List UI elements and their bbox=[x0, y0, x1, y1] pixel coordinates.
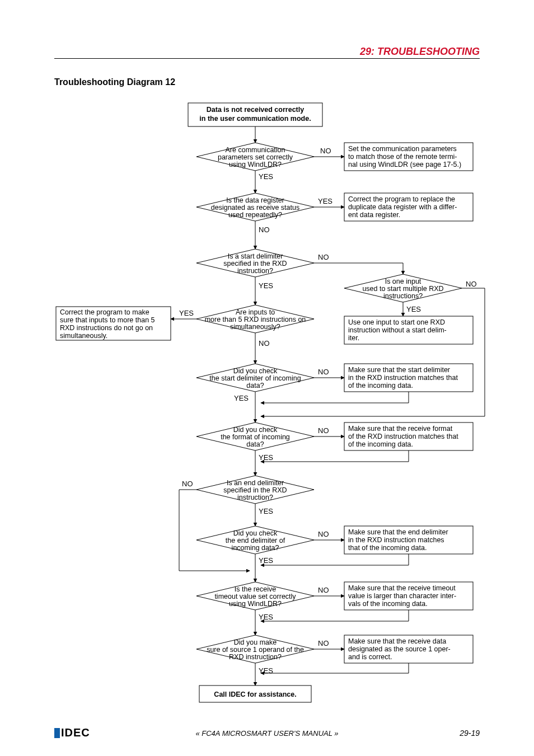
a5-l2: in the RXD instruction matches that bbox=[348, 374, 458, 382]
a1-l3: nal using WindLDR (see page 17-5.) bbox=[348, 161, 461, 168]
q3b-l2: used to start multiple RXD bbox=[362, 285, 443, 293]
a8-l3: that of the incoming data. bbox=[348, 544, 427, 552]
q2-yes: YES bbox=[318, 197, 332, 205]
q9-yes: YES bbox=[259, 613, 273, 621]
a3b-l3: iter. bbox=[348, 334, 359, 342]
q4-l3: simultaneously? bbox=[230, 323, 280, 331]
q10-yes: YES bbox=[259, 666, 273, 675]
q2-l1: Is the data register bbox=[226, 196, 284, 204]
q7-no: NO bbox=[182, 480, 193, 488]
a1-node: Set the communication parameters to matc… bbox=[344, 143, 473, 171]
q5-l3: data? bbox=[246, 382, 264, 389]
a9-l1: Make sure that the receive timeout bbox=[348, 584, 456, 592]
a5-node: Make sure that the start delimiter in th… bbox=[344, 364, 473, 392]
q7-l2: specified in the RXD bbox=[223, 486, 287, 494]
q4-no: NO bbox=[259, 339, 270, 348]
footer-manual-title: « FC4A MICROSMART USER'S MANUAL » bbox=[0, 729, 534, 738]
q2-no: NO bbox=[259, 226, 270, 234]
a9-l3: vals of the incoming data. bbox=[348, 600, 428, 608]
a2-node: Correct the program to replace the dupli… bbox=[344, 193, 473, 221]
q10-node: Did you make sure of source 1 operand of… bbox=[196, 635, 314, 663]
a10-node: Make sure that the receive data designat… bbox=[344, 635, 473, 663]
a2-l1: Correct the program to replace the bbox=[348, 195, 455, 203]
q7-yes: YES bbox=[259, 507, 273, 515]
q6-l1: Did you check bbox=[233, 426, 278, 434]
a8-node: Make sure that the end delimiter in the … bbox=[344, 526, 473, 554]
q5-node: Did you check the start delimiter of inc… bbox=[196, 364, 314, 392]
q2-l3: used repeatedly? bbox=[228, 211, 282, 219]
q7-l1: Is an end delimiter bbox=[227, 479, 284, 487]
q6-l3: data? bbox=[246, 440, 264, 448]
end-node: Call IDEC for assistance. bbox=[199, 685, 311, 702]
q1-no: NO bbox=[320, 147, 331, 155]
a4-l2: sure that inputs to more than 5 bbox=[60, 316, 155, 324]
a4-l3: RXD instructions do not go on bbox=[60, 324, 153, 332]
q3b-node: Is one input used to start multiple RXD … bbox=[344, 274, 462, 302]
q9-node: Is the receive timeout value set correct… bbox=[196, 582, 314, 610]
q1-node: Are communication parameters set correct… bbox=[196, 143, 314, 171]
end-l1: Call IDEC for assistance. bbox=[214, 691, 296, 698]
q3b-yes: YES bbox=[406, 305, 421, 313]
a1-l1: Set the communication parameters bbox=[348, 145, 457, 153]
q4-l2: more than 5 RXD instructions on bbox=[205, 316, 306, 323]
q6-l2: the format of incoming bbox=[221, 433, 290, 441]
q8-l1: Did you check bbox=[233, 529, 278, 537]
start-l2: in the user communication mode. bbox=[199, 115, 311, 123]
a2-l3: ent data register. bbox=[348, 211, 400, 219]
q4-yes: YES bbox=[179, 309, 194, 317]
a10-l2: designated as the source 1 oper- bbox=[348, 645, 451, 653]
q9-no: NO bbox=[318, 586, 329, 594]
q10-l1: Did you make bbox=[234, 638, 277, 646]
q6-yes: YES bbox=[259, 453, 273, 462]
q6-no: NO bbox=[318, 426, 329, 435]
q10-l3: RXD instruction? bbox=[229, 653, 282, 661]
q5-l1: Did you check bbox=[233, 367, 278, 375]
q10-no: NO bbox=[318, 639, 329, 647]
q7-l3: instruction? bbox=[237, 494, 273, 501]
q3-l1: Is a start delimiter bbox=[228, 252, 283, 260]
q9-l3: using WindLDR? bbox=[229, 600, 282, 608]
q2-l2: designated as receive status bbox=[211, 204, 299, 212]
q5-no: NO bbox=[318, 368, 329, 376]
q4-node: Are inputs to more than 5 RXD instructio… bbox=[196, 305, 314, 333]
a9-node: Make sure that the receive timeout value… bbox=[344, 582, 473, 610]
a6-l3: of the incoming data. bbox=[348, 440, 413, 448]
q7-node: Is an end delimiter specified in the RXD… bbox=[196, 476, 314, 504]
a8-l1: Make sure that the end delimiter bbox=[348, 528, 448, 536]
a6-l1: Make sure that the receive format bbox=[348, 425, 453, 433]
a8-l2: in the RXD instruction matches bbox=[348, 536, 444, 544]
q2-node: Is the data register designated as recei… bbox=[196, 193, 314, 221]
page: 29: TROUBLESHOOTING Troubleshooting Diag… bbox=[0, 0, 534, 756]
footer-page-number: 29-19 bbox=[460, 729, 480, 738]
start-node: Data is not received correctly in the us… bbox=[188, 103, 322, 126]
q8-l2: the end delimiter of bbox=[226, 537, 285, 544]
q3-l2: specified in the RXD bbox=[223, 260, 287, 267]
q8-yes: YES bbox=[259, 556, 273, 565]
a3b-l2: instruction without a start delim- bbox=[348, 326, 447, 334]
start-l1: Data is not received correctly bbox=[207, 106, 304, 114]
a5-l1: Make sure that the start delimiter bbox=[348, 366, 450, 374]
q8-no: NO bbox=[318, 530, 329, 538]
q3-l3: instruction? bbox=[237, 267, 273, 275]
q6-node: Did you check the format of incoming dat… bbox=[196, 422, 314, 450]
a2-l2: duplicate data register with a differ- bbox=[348, 203, 457, 211]
q3-yes: YES bbox=[259, 281, 273, 290]
a9-l2: value is larger than character inter- bbox=[348, 592, 456, 600]
q3-node: Is a start delimiter specified in the RX… bbox=[196, 249, 314, 277]
q3b-no: NO bbox=[466, 280, 477, 288]
q8-l3: incoming data? bbox=[232, 544, 279, 552]
q1-l3: using WindLDR? bbox=[229, 161, 282, 168]
q5-l2: the start delimiter of incoming bbox=[209, 374, 301, 382]
a10-l1: Make sure that the receive data bbox=[348, 637, 446, 645]
a4-node: Correct the program to make sure that in… bbox=[56, 307, 171, 340]
q3b-l1: Is one input bbox=[385, 278, 421, 285]
a6-l2: of the RXD instruction matches that bbox=[348, 433, 458, 440]
q3-no: NO bbox=[318, 253, 329, 261]
a4-l4: simultaneously. bbox=[60, 332, 107, 340]
q3b-l3: instructions? bbox=[383, 292, 423, 300]
q8-node: Did you check the end delimiter of incom… bbox=[196, 526, 314, 554]
a3b-node: Use one input to start one RXD instructi… bbox=[344, 316, 473, 344]
flowchart-svg: Data is not received correctly in the us… bbox=[0, 0, 534, 756]
a10-l3: and is correct. bbox=[348, 653, 392, 661]
q4-l1: Are inputs to bbox=[236, 308, 275, 316]
